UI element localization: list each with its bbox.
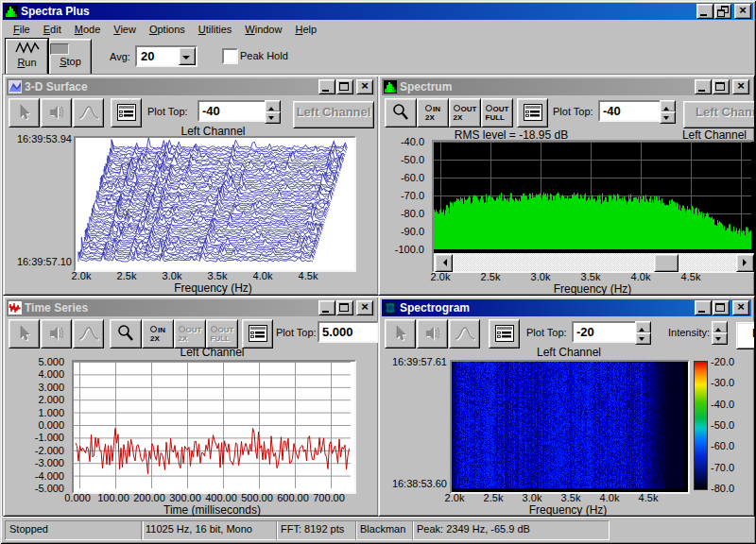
app-icon: [5, 5, 18, 18]
surface-plot-top-input[interactable]: [198, 100, 266, 122]
menu-item-view[interactable]: View: [107, 22, 143, 37]
timeseries-zoom-out-2x-button[interactable]: OUT2X: [174, 319, 206, 348]
spectrum-zoom-cursor-button[interactable]: [385, 98, 417, 128]
spectrogram-plot-top-input[interactable]: [572, 321, 637, 343]
menu-item-utilities[interactable]: Utilities: [192, 22, 238, 37]
spectrogram-plot-top-spinner: [635, 321, 649, 343]
menu-item-mode[interactable]: Mode: [68, 22, 108, 37]
spectrogram-plot-top-label: Plot Top:: [526, 327, 567, 338]
spectrogram-channel-button[interactable]: L: [736, 322, 755, 349]
tick-label: 3.5k: [581, 271, 601, 282]
spectrogram-maximize-button[interactable]: [713, 300, 730, 315]
spinner-down-icon[interactable]: [712, 332, 728, 345]
display-options-icon: [117, 104, 136, 123]
timeseries-plot-title: Left Channel: [72, 346, 352, 359]
tick-label: -80.0: [401, 208, 424, 219]
spinner-down-icon[interactable]: [635, 332, 651, 345]
spectrum-zoom-out-2x-button[interactable]: OUT2X: [449, 98, 481, 128]
spectrogram-cursor-button[interactable]: [385, 319, 416, 348]
spectrum-minimize-button[interactable]: [695, 79, 712, 94]
timeseries-window-icon: [9, 301, 22, 314]
scroll-left-icon[interactable]: [435, 254, 453, 272]
menu-item-help[interactable]: Help: [288, 22, 323, 37]
surface-cursor-button[interactable]: [9, 98, 40, 128]
scrollbar-thumb[interactable]: [654, 254, 679, 272]
spectrum-channel-button[interactable]: Left Chann: [683, 101, 755, 128]
surface-titlebar[interactable]: 3-D Surface: [7, 78, 375, 95]
spectrogram-titlebar[interactable]: Spectrogram: [382, 299, 751, 316]
spectrogram-minimize-button[interactable]: [695, 300, 712, 315]
timeseries-zoom-out-full-button[interactable]: OUTFULL: [206, 319, 238, 348]
timeseries-plot-top-input[interactable]: [318, 321, 379, 343]
timeseries-cursor-button[interactable]: [9, 319, 40, 348]
spectrum-display-options-button[interactable]: [517, 98, 548, 128]
status-peak-readout: Peak: 2349 Hz, -65.9 dB: [412, 520, 610, 540]
spinner-down-icon[interactable]: [660, 111, 676, 124]
spectrum-titlebar[interactable]: Spectrum: [382, 78, 751, 95]
app-titlebar[interactable]: Spectra Plus: [3, 3, 753, 20]
minimize-button[interactable]: [696, 4, 713, 19]
tick-label: 4.0k: [253, 270, 273, 281]
tick-label: 4.0k: [600, 492, 620, 503]
tick-label: 200.00: [133, 492, 165, 503]
close-button[interactable]: [734, 4, 751, 19]
tick-label: -4.000: [35, 470, 64, 482]
peak-hold-label: Peak Hold: [240, 50, 288, 61]
surface-maximize-button[interactable]: [336, 79, 353, 94]
menu-item-options[interactable]: Options: [143, 22, 192, 37]
scroll-right-icon[interactable]: [736, 254, 754, 272]
spectrum-h-scrollbar[interactable]: [434, 253, 755, 271]
magnifier-icon: [116, 324, 135, 345]
timeseries-plot-top-label: Plot Top:: [276, 327, 317, 338]
timeseries-zoom-in-2x-button[interactable]: IN2X: [142, 319, 174, 348]
timeseries-minimize-button[interactable]: [318, 300, 335, 315]
tick-label: 2.0k: [431, 271, 451, 282]
timeseries-close-button[interactable]: [356, 300, 373, 315]
window-spectrogram: Spectrogram Plot Top: Intensity: L Left …: [378, 296, 755, 517]
avg-dropdown-arrow[interactable]: [179, 47, 196, 65]
spectrum-zoom-in-2x-button[interactable]: IN2X: [417, 98, 449, 128]
spectrum-plot[interactable]: [434, 142, 751, 249]
peak-hold-checkbox[interactable]: [222, 48, 238, 64]
surface-audio-monitor-button[interactable]: [41, 98, 72, 128]
spectrogram-display-options-button[interactable]: [489, 319, 520, 348]
spectrum-zoom-out-full-button[interactable]: OUTFULL: [481, 98, 513, 128]
timeseries-smoothing-button[interactable]: [73, 319, 104, 348]
window-time-series: Time Series IN2X OUT2X OUTFULL Plot Top:…: [3, 296, 379, 517]
tick-label: -50.0: [401, 154, 424, 165]
menu-item-file[interactable]: File: [7, 22, 37, 37]
surface-close-button[interactable]: [356, 79, 373, 94]
surface-minimize-button[interactable]: [318, 79, 335, 94]
run-button[interactable]: Run: [6, 39, 48, 76]
restore-button[interactable]: [714, 4, 731, 19]
spectrogram-smoothing-button[interactable]: [449, 319, 480, 348]
timeseries-display-options-button[interactable]: [242, 319, 273, 348]
timeseries-zoom-cursor-button[interactable]: [110, 319, 142, 348]
surface-smoothing-button[interactable]: [73, 98, 104, 128]
tick-label: 700.00: [313, 492, 345, 503]
avg-combobox[interactable]: 20: [135, 45, 198, 67]
tick-label: 600.00: [277, 492, 309, 503]
tick-label: -50.0: [711, 419, 734, 431]
spectrum-plot-top-input[interactable]: [598, 100, 662, 122]
surface-window-icon: [9, 80, 22, 94]
status-bar: Stopped 11025 Hz, 16 bit, Mono FFT: 8192…: [2, 517, 754, 543]
menu-item-window[interactable]: Window: [238, 22, 288, 37]
stop-button[interactable]: Stop: [49, 39, 92, 76]
spectrogram-audio-monitor-button[interactable]: [417, 319, 448, 348]
spectrogram-close-button[interactable]: [732, 300, 749, 315]
spectrogram-plot[interactable]: [452, 362, 684, 488]
spectrum-close-button[interactable]: [732, 79, 749, 94]
menu-item-edit[interactable]: Edit: [37, 22, 68, 37]
timeseries-titlebar[interactable]: Time Series: [7, 299, 375, 316]
timeseries-plot[interactable]: [74, 362, 351, 488]
spectrum-maximize-button[interactable]: [713, 79, 730, 94]
timeseries-maximize-button[interactable]: [336, 300, 353, 315]
surface-waterfall-plot[interactable]: [76, 138, 351, 266]
tick-label: 3.5k: [561, 492, 581, 503]
spinner-down-icon[interactable]: [265, 111, 281, 124]
timeseries-audio-monitor-button[interactable]: [41, 319, 72, 348]
tick-label: 4.000: [38, 368, 64, 380]
surface-display-options-button[interactable]: [111, 98, 142, 128]
tick-label: 2.5k: [484, 492, 504, 503]
